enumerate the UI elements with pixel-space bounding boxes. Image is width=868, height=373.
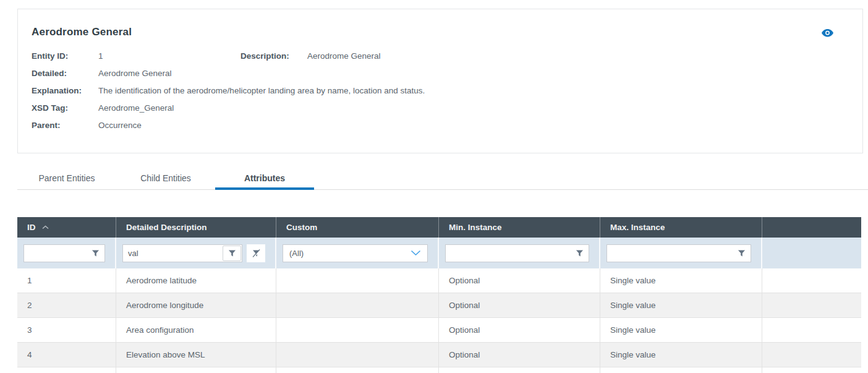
cell-actions (762, 318, 861, 342)
detailed-value: Aerodrome General (98, 69, 172, 77)
tab-parent-entities[interactable]: Parent Entities (17, 168, 116, 189)
column-header-custom[interactable]: Custom (276, 217, 439, 238)
field-row-2: Detailed: Aerodrome General (32, 69, 849, 77)
column-header-id[interactable]: ID (17, 217, 116, 238)
custom-filter-dropdown[interactable]: (All) (283, 244, 428, 262)
column-header-detailed-description[interactable]: Detailed Description (116, 217, 276, 238)
tab-bar: Parent Entities Child Entities Attribute… (17, 168, 868, 190)
eye-icon (821, 28, 834, 38)
min-filter-input[interactable] (446, 245, 570, 262)
cell-min: Optional (439, 293, 600, 317)
funnel-icon (91, 249, 100, 257)
max-filter-menu-button[interactable] (732, 245, 751, 262)
table-row[interactable]: 2 Aerodrome longitude Optional Single va… (17, 293, 861, 318)
entity-id-value: 1 (98, 52, 240, 60)
detailed-filter-menu-button[interactable] (223, 246, 241, 261)
cell-custom (276, 268, 439, 293)
cell-id: 4 (17, 343, 116, 367)
cell-min: Optional (439, 343, 600, 367)
cell-id: 3 (17, 318, 116, 342)
table-body: 1 Aerodrome latitude Optional Single val… (17, 268, 861, 373)
min-filter-box (445, 244, 589, 262)
cell-actions (762, 343, 861, 367)
card-header: Aerodrome General (18, 9, 862, 38)
field-row-5: Parent: Occurrence (32, 121, 849, 129)
description-value: Aerodrome General (307, 52, 381, 60)
detailed-label: Detailed: (32, 69, 98, 77)
cell-actions (762, 293, 861, 317)
entity-fields: Entity ID: 1 Description: Aerodrome Gene… (18, 38, 862, 129)
detailed-clear-filter-button[interactable] (247, 244, 265, 262)
detailed-filter-input[interactable] (123, 245, 222, 262)
xsd-tag-label: XSD Tag: (32, 104, 98, 112)
custom-filter-selected-value: (All) (289, 249, 304, 258)
cell-id: 1 (17, 268, 116, 293)
tab-attributes[interactable]: Attributes (215, 168, 314, 189)
cell-custom (276, 343, 439, 367)
filter-cell-detailed-description (116, 238, 276, 268)
field-row-1: Entity ID: 1 Description: Aerodrome Gene… (32, 52, 849, 60)
column-header-actions (762, 217, 861, 238)
attributes-table: ID Detailed Description Custom Min. Inst… (17, 217, 861, 373)
max-filter-box (606, 244, 751, 262)
table-row[interactable]: 1 Aerodrome latitude Optional Single val… (17, 268, 861, 293)
cell-custom (276, 293, 439, 317)
entity-page: Aerodrome General Entity ID: 1 Descripti… (0, 0, 868, 373)
id-filter-input[interactable] (24, 245, 86, 262)
cell-max: Single value (600, 343, 762, 367)
funnel-icon (576, 249, 584, 257)
filter-cell-min-instance (439, 238, 600, 268)
detailed-filter-box (122, 244, 242, 262)
cell-max: Single value (600, 318, 762, 342)
sort-ascending-icon (42, 225, 49, 229)
cell-min: Optional (439, 268, 600, 293)
cell-detailed: Elevation above MSL (116, 343, 276, 367)
clear-filter-icon (252, 249, 261, 258)
cell-max: Single value (600, 293, 762, 317)
min-filter-menu-button[interactable] (570, 245, 589, 262)
cell-actions (762, 268, 861, 293)
table-filter-row: (All) (17, 238, 861, 268)
cell-id: 2 (17, 293, 116, 317)
parent-value: Occurrence (98, 121, 142, 129)
explanation-label: Explanation: (32, 87, 98, 95)
id-filter-menu-button[interactable] (86, 245, 104, 262)
xsd-tag-value: Aerodrome_General (98, 104, 174, 112)
cell-detailed: Aerodrome latitude (116, 268, 276, 293)
table-row[interactable]: 4 Elevation above MSL Optional Single va… (17, 343, 861, 367)
max-filter-input[interactable] (607, 245, 732, 262)
parent-label: Parent: (32, 121, 98, 129)
table-row[interactable]: 3 Area configuration Optional Single val… (17, 318, 861, 343)
filter-cell-actions (762, 238, 861, 268)
funnel-icon (738, 249, 746, 257)
filter-cell-max-instance (600, 238, 762, 268)
id-filter-box (23, 244, 105, 262)
page-title: Aerodrome General (32, 26, 132, 38)
funnel-icon (228, 249, 236, 257)
field-row-4: XSD Tag: Aerodrome_General (32, 104, 849, 112)
explanation-value: The identification of the aerodrome/heli… (98, 87, 425, 95)
table-header-row: ID Detailed Description Custom Min. Inst… (17, 217, 861, 238)
cell-custom (276, 318, 439, 342)
entity-id-label: Entity ID: (32, 52, 98, 60)
filter-cell-custom: (All) (276, 238, 439, 268)
cell-min: Optional (439, 318, 600, 342)
table-row-partial (17, 367, 861, 373)
cell-detailed: Aerodrome longitude (116, 293, 276, 317)
entity-details-card: Aerodrome General Entity ID: 1 Descripti… (17, 9, 863, 153)
column-header-max-instance[interactable]: Max. Instance (600, 217, 762, 238)
tab-child-entities-label: Child Entities (140, 173, 191, 183)
cell-max: Single value (600, 268, 762, 293)
tab-attributes-label: Attributes (244, 173, 285, 183)
filter-cell-id (17, 238, 116, 268)
view-button[interactable] (821, 28, 834, 38)
tab-parent-entities-label: Parent Entities (38, 173, 95, 183)
cell-detailed: Area configuration (116, 318, 276, 342)
column-header-min-instance[interactable]: Min. Instance (439, 217, 600, 238)
field-row-3: Explanation: The identification of the a… (32, 87, 849, 95)
description-label: Description: (240, 52, 307, 60)
tab-child-entities[interactable]: Child Entities (116, 168, 215, 189)
chevron-down-icon (411, 250, 421, 256)
active-tab-indicator (215, 187, 314, 190)
